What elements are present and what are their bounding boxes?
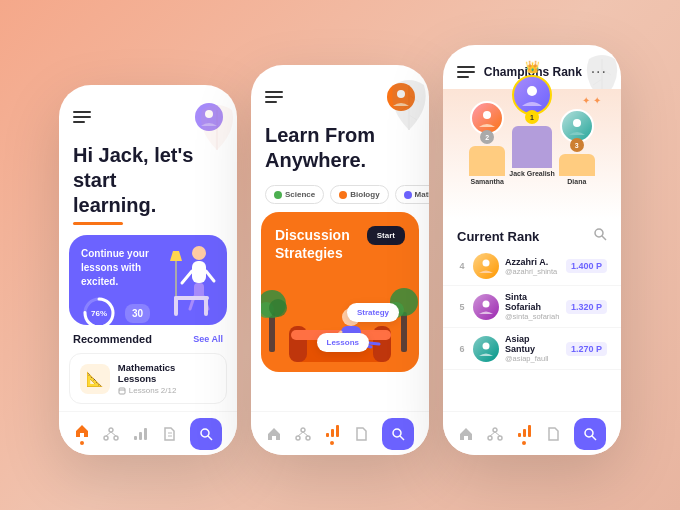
svg-rect-11 — [174, 296, 209, 300]
p2-network-icon — [295, 426, 311, 442]
nav-file[interactable] — [161, 426, 177, 442]
p2-nav-chart[interactable] — [324, 423, 340, 445]
rank-handle-3: @asiap_faull — [505, 354, 560, 363]
podium-section: ✦ ✦ 2 Samantha 👑 1 — [443, 89, 621, 219]
nav-search-button[interactable] — [190, 418, 222, 450]
nav-home[interactable] — [74, 423, 90, 445]
rank-num-4: 4 — [457, 261, 467, 271]
svg-line-54 — [298, 432, 303, 436]
svg-point-4 — [192, 246, 206, 260]
svg-point-73 — [493, 428, 497, 432]
chip-biology-label: Biology — [350, 190, 379, 199]
strategy-bubble: Strategy — [347, 303, 399, 322]
file-icon — [161, 426, 177, 442]
p2-chart-icon — [324, 423, 340, 439]
p3-nav-network[interactable] — [487, 426, 503, 442]
svg-point-20 — [114, 436, 118, 440]
p3-nav-chart[interactable] — [516, 423, 532, 445]
svg-rect-78 — [518, 433, 521, 437]
podium-avatars: 2 Samantha 👑 1 Jack Grealish — [453, 95, 611, 185]
p3-nav-home[interactable] — [458, 426, 474, 442]
nav-chart[interactable] — [132, 426, 148, 442]
rank-badge-3: 3 — [570, 138, 584, 152]
p2-nav-search-button[interactable] — [382, 418, 414, 450]
rank-num-5: 5 — [457, 302, 467, 312]
svg-point-65 — [483, 111, 491, 119]
svg-point-38 — [269, 299, 287, 317]
svg-line-22 — [111, 432, 116, 436]
podium-person-2nd: 2 Samantha — [469, 101, 505, 185]
svg-rect-16 — [119, 388, 125, 394]
progress-text: 76% — [91, 309, 107, 318]
hamburger-menu-icon[interactable] — [73, 111, 91, 123]
p2-nav-home[interactable] — [266, 426, 282, 442]
search-icon-rank[interactable] — [593, 227, 607, 245]
chip-math[interactable]: Math — [395, 185, 429, 204]
p2-hamburger-icon[interactable] — [265, 91, 283, 103]
svg-rect-58 — [336, 425, 339, 437]
podium-block-3rd — [559, 154, 595, 176]
p2-nav-active-dot — [330, 441, 334, 445]
lessons-bubble: Lessons — [317, 333, 369, 352]
podium-person-1st: 👑 1 Jack Grealish — [509, 61, 555, 177]
rank-badge-2: 2 — [480, 130, 494, 144]
rank-info-3: Asiap Santuy @asiap_faull — [505, 334, 560, 363]
svg-rect-80 — [528, 425, 531, 437]
rank-badge-1: 1 — [525, 110, 539, 124]
svg-point-19 — [104, 436, 108, 440]
lessons-badge: 30 — [125, 304, 150, 323]
chip-science-label: Science — [285, 190, 315, 199]
start-button[interactable]: Start — [367, 226, 405, 245]
bottom-nav-1 — [59, 411, 237, 455]
podium-block-2nd — [469, 146, 505, 176]
rank-name-2: Sinta Sofariah — [505, 292, 560, 312]
svg-point-66 — [527, 86, 537, 96]
svg-point-81 — [585, 429, 593, 437]
nav-network[interactable] — [103, 426, 119, 442]
p3-nav-search-button[interactable] — [574, 418, 606, 450]
rank-num-6: 6 — [457, 344, 467, 354]
crown-icon: 👑 — [525, 61, 540, 73]
p3-nav-active-dot — [522, 441, 526, 445]
svg-rect-25 — [144, 428, 147, 440]
chip-science[interactable]: Science — [265, 185, 324, 204]
girl-illustration — [164, 241, 219, 325]
p2-home-icon — [266, 426, 282, 442]
rank-avatar-2 — [473, 294, 499, 320]
podium-block-1st — [512, 126, 552, 168]
svg-marker-15 — [170, 251, 182, 261]
leaf-decoration-2 — [389, 80, 429, 139]
chart-icon — [132, 426, 148, 442]
svg-point-75 — [498, 436, 502, 440]
p3-network-icon — [487, 426, 503, 442]
network-icon — [103, 426, 119, 442]
p2-nav-file[interactable] — [353, 426, 369, 442]
p3-nav-file[interactable] — [545, 426, 561, 442]
svg-point-71 — [483, 300, 490, 307]
svg-point-70 — [483, 260, 490, 267]
svg-line-29 — [208, 436, 212, 440]
phone-2: Learn From Anywhere. Science Biology Mat… — [251, 65, 429, 455]
svg-line-82 — [592, 436, 596, 440]
chip-biology[interactable]: Biology — [330, 185, 388, 204]
continue-card: Continue your lessons with excited. 76% … — [69, 235, 227, 325]
rank-row-1: 4 Azzahri A. @azahri_shinta 1.400 P — [443, 247, 621, 286]
lesson-card[interactable]: 📐 Mathematics Lessons Lessons 2/12 — [69, 353, 227, 404]
p3-home-icon — [458, 426, 474, 442]
lesson-subtitle: Lessons 2/12 — [118, 386, 216, 395]
p2-nav-network[interactable] — [295, 426, 311, 442]
see-all-link[interactable]: See All — [193, 334, 223, 344]
svg-rect-48 — [401, 312, 407, 352]
discussion-card: Discussion Strategies Start — [261, 212, 419, 372]
rank-score-2: 1.320 P — [566, 300, 607, 314]
svg-rect-12 — [174, 296, 178, 316]
rank-info-2: Sinta Sofariah @sinta_sofariah — [505, 292, 560, 321]
rank-handle-1: @azahri_shinta — [505, 267, 560, 276]
svg-line-77 — [495, 432, 500, 436]
p3-hamburger-icon[interactable] — [457, 66, 475, 78]
rank-row-2: 5 Sinta Sofariah @sinta_sofariah 1.320 P — [443, 286, 621, 328]
rank-avatar-3 — [473, 336, 499, 362]
p2-card-title: Discussion Strategies — [275, 226, 375, 262]
svg-line-76 — [490, 432, 495, 436]
nav-active-dot — [80, 441, 84, 445]
